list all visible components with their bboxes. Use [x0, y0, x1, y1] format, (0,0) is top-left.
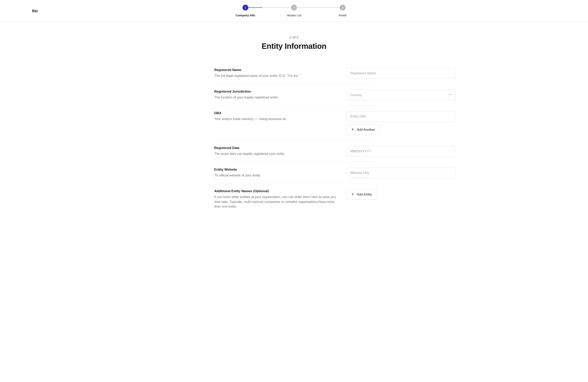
dba-input[interactable]: [346, 111, 455, 122]
plus-icon: [351, 127, 355, 132]
field-input-col: [346, 168, 455, 178]
field-label-col: Additional Entity Names (Optional) If yo…: [214, 189, 346, 209]
dba-help: Your entity’s trade name(s) — ‘doing bus…: [214, 117, 339, 122]
field-label-col: Registered Name The full legal registere…: [214, 68, 346, 78]
step-vendor-list[interactable]: 2 Vendor List: [270, 5, 318, 17]
registered-date-input[interactable]: [346, 146, 455, 157]
step-circle-2: 2: [291, 5, 297, 11]
registered-date-help: The exact date you legally registered yo…: [214, 151, 339, 156]
website-label: Entity Website: [214, 168, 339, 171]
add-entity-button[interactable]: Add Entity: [346, 189, 377, 200]
additional-label: Additional Entity Names (Optional): [214, 189, 339, 193]
dba-label: DBA: [214, 111, 339, 115]
step-circle-3: 3: [340, 5, 346, 11]
additional-help: If you have other entities at your organ…: [214, 195, 339, 209]
field-input-col: [346, 68, 455, 79]
jurisdiction-select-wrap: Country: [346, 90, 455, 100]
field-website: Entity Website Th official website of yo…: [214, 162, 374, 184]
plus-icon: [351, 192, 355, 197]
registered-name-input[interactable]: [346, 68, 455, 79]
field-registered-date: Registered Date The exact date you legal…: [214, 141, 374, 162]
jurisdiction-select[interactable]: Country: [346, 90, 455, 100]
progress-stepper: 1 Company Info 2 Vendor List 3 Finish: [221, 5, 367, 17]
field-additional-entities: Additional Entity Names (Optional) If yo…: [214, 184, 374, 214]
website-help: Th official website of your entity: [214, 173, 339, 178]
field-jurisdiction: Registered Jurisdiction The location of …: [214, 84, 374, 106]
step-circle-1: 1: [242, 5, 248, 11]
page-counter: 2 of 3: [154, 35, 434, 40]
add-entity-label: Add Entity: [357, 192, 372, 196]
field-input-col: Country: [346, 90, 455, 100]
website-input[interactable]: [346, 168, 455, 178]
step-label-2: Vendor List: [287, 14, 301, 17]
step-finish[interactable]: 3 Finish: [318, 5, 367, 17]
app-header: tru 1 Company Info 2 Vendor List 3 Finis…: [0, 0, 588, 22]
field-label-col: Entity Website Th official website of yo…: [214, 168, 346, 178]
field-input-col: Add Entity: [346, 189, 455, 200]
field-label-col: Registered Date The exact date you legal…: [214, 146, 346, 156]
step-label-3: Finish: [339, 14, 346, 17]
registered-name-label: Registered Name: [214, 68, 339, 72]
field-registered-name: Registered Name The full legal registere…: [214, 68, 374, 84]
jurisdiction-help: The location of your legally registered …: [214, 95, 339, 100]
add-another-label: Add Another: [357, 128, 375, 132]
field-label-col: DBA Your entity’s trade name(s) — ‘doing…: [214, 111, 346, 122]
step-connector-1: [245, 7, 294, 8]
jurisdiction-label: Registered Jurisdiction: [214, 90, 339, 94]
entity-form: Registered Name The full legal registere…: [154, 68, 434, 214]
field-dba: DBA Your entity’s trade name(s) — ‘doing…: [214, 106, 374, 141]
field-input-col: [346, 146, 455, 157]
field-input-col: Add Another: [346, 111, 455, 135]
step-connector-2: [294, 7, 343, 8]
page-title: Entity Information: [154, 42, 434, 51]
step-label-1: Company Info: [236, 14, 255, 17]
registered-date-label: Registered Date: [214, 146, 339, 150]
brand-logo: tru: [32, 8, 38, 13]
step-company-info[interactable]: 1 Company Info: [221, 5, 270, 17]
main-content: 2 of 3 Entity Information Registered Nam…: [154, 22, 434, 234]
field-label-col: Registered Jurisdiction The location of …: [214, 90, 346, 100]
add-another-dba-button[interactable]: Add Another: [346, 125, 379, 135]
registered-name-help: The full legal registered name of your e…: [214, 74, 339, 78]
